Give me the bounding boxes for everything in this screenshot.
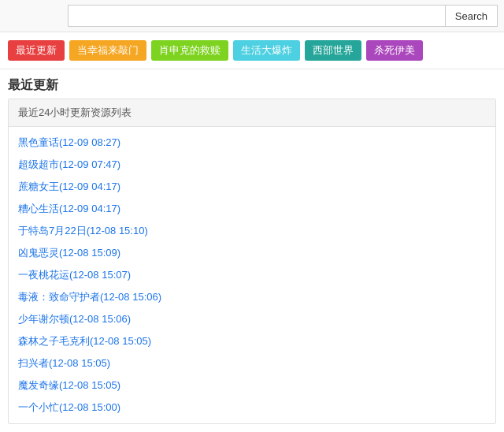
section-title: 最近更新 [0,69,504,99]
update-item-0[interactable]: 黑色童话(12-09 08:27) [9,132,495,154]
search-button[interactable]: Search [446,5,498,27]
update-item-8[interactable]: 少年谢尔顿(12-08 15:06) [9,308,495,330]
update-item-7[interactable]: 毒液：致命守护者(12-08 15:06) [9,286,495,308]
tag-tag-shensheng[interactable]: 肖申克的救赎 [151,40,228,61]
update-item-1[interactable]: 超级超市(12-09 07:47) [9,154,495,176]
tag-tag-happiness[interactable]: 当幸福来敲门 [69,40,146,61]
update-item-11[interactable]: 魔发奇缘(12-08 15:05) [9,374,495,397]
tag-tag-westworld[interactable]: 西部世界 [305,40,361,61]
update-item-4[interactable]: 于特岛7月22日(12-08 15:10) [9,220,495,242]
update-list: 黑色童话(12-09 08:27)超级超市(12-09 07:47)蔗糖女王(1… [9,127,495,423]
update-item-6[interactable]: 一夜桃花运(12-08 15:07) [9,264,495,286]
update-item-5[interactable]: 凶鬼恶灵(12-08 15:09) [9,242,495,264]
tags-bar: 最近更新当幸福来敲门肖申克的救赎生活大爆炸西部世界杀死伊美 [0,32,504,69]
update-item-10[interactable]: 扫兴者(12-08 15:05) [9,352,495,374]
recent-updates-box: 最近24小时更新资源列表 黑色童话(12-09 08:27)超级超市(12-09… [8,99,496,424]
update-item-9[interactable]: 森林之子毛克利(12-08 15:05) [9,330,495,352]
recent-header: 最近24小时更新资源列表 [9,99,495,127]
tag-tag-lifeblast[interactable]: 生活大爆炸 [233,40,300,61]
update-item-3[interactable]: 糟心生活(12-09 04:17) [9,198,495,220]
search-bar: Search [0,0,504,32]
update-item-12[interactable]: 一个小忙(12-08 15:00) [9,397,495,419]
update-item-2[interactable]: 蔗糖女王(12-09 04:17) [9,176,495,198]
tag-tag-recent[interactable]: 最近更新 [8,40,65,61]
search-input[interactable] [68,5,446,27]
tag-tag-killingeve[interactable]: 杀死伊美 [366,40,423,61]
